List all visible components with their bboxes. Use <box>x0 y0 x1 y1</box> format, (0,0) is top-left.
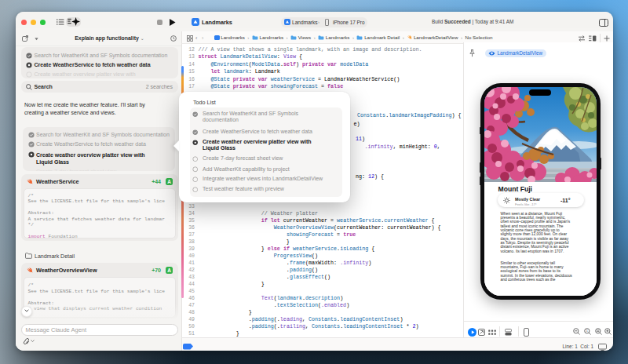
svg-text:1: 1 <box>586 329 589 333</box>
